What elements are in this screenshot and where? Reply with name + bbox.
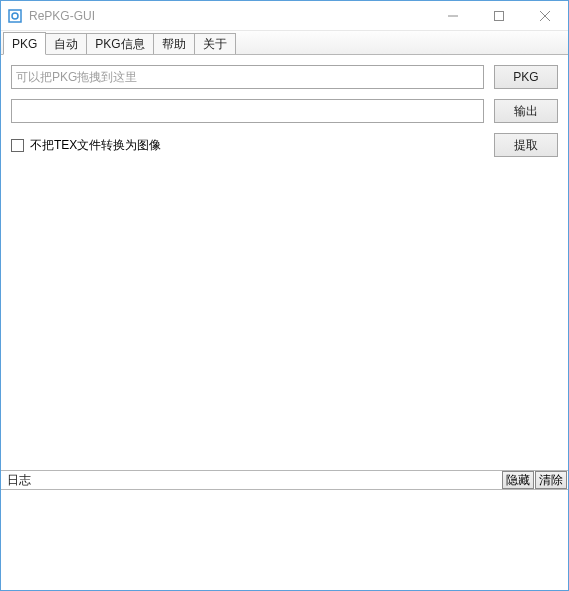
window-title: RePKG-GUI <box>29 9 430 23</box>
log-textarea[interactable] <box>1 490 568 590</box>
app-icon <box>7 8 23 24</box>
content-spacer <box>11 167 558 470</box>
log-hide-button[interactable]: 隐藏 <box>502 471 534 489</box>
log-clear-button[interactable]: 清除 <box>535 471 567 489</box>
svg-point-1 <box>12 13 18 19</box>
log-header: 日志 隐藏 清除 <box>1 470 568 490</box>
pkg-row: PKG <box>11 65 558 89</box>
tab-pkg[interactable]: PKG <box>3 32 46 55</box>
tab-auto[interactable]: 自动 <box>45 33 87 54</box>
maximize-button[interactable] <box>476 1 522 30</box>
tex-checkbox-row: 不把TEX文件转换为图像 <box>11 137 161 154</box>
window-controls <box>430 1 568 30</box>
log-area <box>1 490 568 590</box>
tab-pkginfo[interactable]: PKG信息 <box>86 33 153 54</box>
titlebar: RePKG-GUI <box>1 1 568 31</box>
tex-checkbox[interactable] <box>11 139 24 152</box>
app-window: RePKG-GUI PKG 自动 PKG信息 帮助 关于 PKG <box>0 0 569 591</box>
output-row: 输出 <box>11 99 558 123</box>
svg-rect-0 <box>9 10 21 22</box>
content-area: PKG 输出 不把TEX文件转换为图像 提取 日志 隐藏 清除 <box>1 55 568 590</box>
tab-bar: PKG 自动 PKG信息 帮助 关于 <box>1 31 568 55</box>
minimize-button[interactable] <box>430 1 476 30</box>
options-row: 不把TEX文件转换为图像 提取 <box>11 133 558 157</box>
output-path-input[interactable] <box>11 99 484 123</box>
tab-help[interactable]: 帮助 <box>153 33 195 54</box>
log-label: 日志 <box>7 472 502 489</box>
pkg-browse-button[interactable]: PKG <box>494 65 558 89</box>
pkg-path-input[interactable] <box>11 65 484 89</box>
tex-checkbox-label: 不把TEX文件转换为图像 <box>30 137 161 154</box>
close-button[interactable] <box>522 1 568 30</box>
extract-button[interactable]: 提取 <box>494 133 558 157</box>
svg-rect-3 <box>495 11 504 20</box>
tab-about[interactable]: 关于 <box>194 33 236 54</box>
output-browse-button[interactable]: 输出 <box>494 99 558 123</box>
